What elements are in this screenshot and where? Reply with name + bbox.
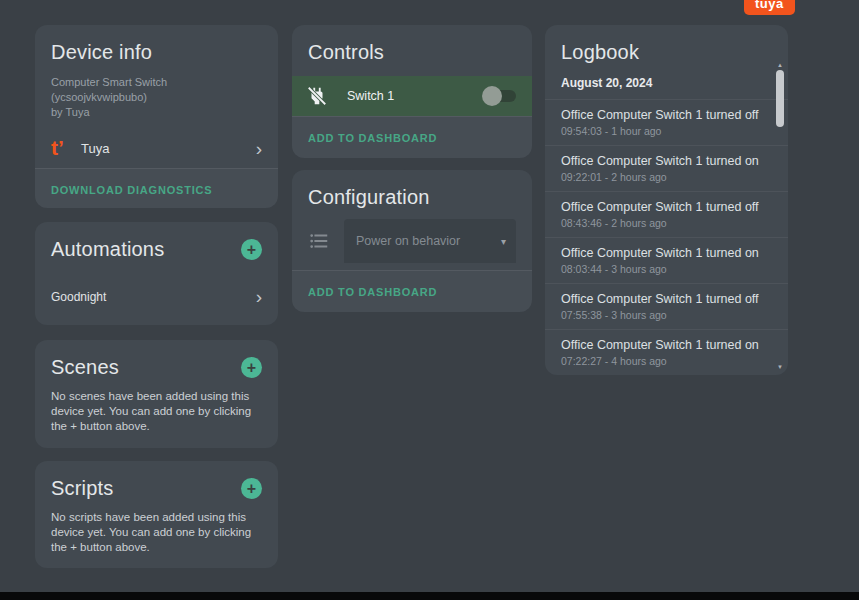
- select-label: Power on behavior: [356, 234, 460, 248]
- toggle-knob: [482, 86, 502, 106]
- dropdown-caret-icon: ▾: [501, 236, 506, 247]
- logbook-entry-text: Office Computer Switch 1 turned on: [561, 153, 766, 169]
- logbook-entry-list: Office Computer Switch 1 turned off 09:5…: [545, 99, 788, 375]
- logbook-entry-time: 07:22:27 - 4 hours ago: [561, 355, 766, 367]
- logbook-entry-time: 09:54:03 - 1 hour ago: [561, 125, 766, 137]
- logbook-entry[interactable]: Office Computer Switch 1 turned off 09:5…: [545, 99, 788, 145]
- add-scene-button[interactable]: +: [241, 357, 262, 378]
- logbook-entry-text: Office Computer Switch 1 turned off: [561, 107, 766, 123]
- left-column: Device info Computer Smart Switch (ycsoo…: [35, 25, 278, 568]
- add-to-dashboard-link-config[interactable]: ADD TO DASHBOARD: [308, 286, 437, 298]
- middle-column: Controls Switch 1 ADD TO DASHBOARD: [292, 25, 532, 312]
- switch-1-row[interactable]: Switch 1: [292, 76, 532, 116]
- scrollbar-thumb[interactable]: [776, 70, 784, 127]
- logbook-title: Logbook: [545, 25, 788, 64]
- add-to-dashboard-link-controls[interactable]: ADD TO DASHBOARD: [308, 132, 437, 144]
- logbook-entry-time: 09:22:01 - 2 hours ago: [561, 171, 766, 183]
- list-bulleted-icon: [308, 230, 330, 252]
- integration-name: Tuya: [81, 141, 256, 156]
- chevron-right-icon: ›: [256, 287, 262, 306]
- configuration-footer: ADD TO DASHBOARD: [292, 270, 532, 312]
- logbook-entry-text: Office Computer Switch 1 turned off: [561, 199, 766, 215]
- logbook-entry-text: Office Computer Switch 1 turned off: [561, 291, 766, 307]
- logbook-entry[interactable]: Office Computer Switch 1 turned on 08:03…: [545, 237, 788, 283]
- device-model-line2: (ycsoojvkvwipbubo): [51, 91, 147, 103]
- scenes-empty-text: No scenes have been added using this dev…: [35, 389, 278, 434]
- scenes-card: Scenes + No scenes have been added using…: [35, 340, 278, 448]
- logbook-entry-time: 08:43:46 - 2 hours ago: [561, 217, 766, 229]
- logbook-entry[interactable]: Office Computer Switch 1 turned on 09:22…: [545, 145, 788, 191]
- logbook-entry-time: 08:03:44 - 3 hours ago: [561, 263, 766, 275]
- switch-1-label: Switch 1: [347, 89, 482, 103]
- automations-title: Automations: [51, 238, 164, 261]
- controls-card: Controls Switch 1 ADD TO DASHBOARD: [292, 25, 532, 158]
- logbook-entry[interactable]: Office Computer Switch 1 turned off 08:4…: [545, 191, 788, 237]
- scripts-card: Scripts + No scripts have been added usi…: [35, 461, 278, 568]
- device-info-card: Device info Computer Smart Switch (ycsoo…: [35, 25, 278, 208]
- right-column: Logbook August 20, 2024 Office Computer …: [545, 25, 788, 375]
- configuration-title: Configuration: [292, 170, 532, 209]
- power-plug-off-icon: [306, 85, 328, 107]
- power-on-behavior-row: Power on behavior ▾: [292, 219, 532, 263]
- logbook-entry[interactable]: Office Computer Switch 1 turned off 07:5…: [545, 283, 788, 329]
- bottom-window-edge: [0, 592, 859, 600]
- logbook-entry-time: 07:55:38 - 3 hours ago: [561, 309, 766, 321]
- device-page: tuya Device info Computer Smart Switch (…: [0, 0, 859, 600]
- device-manufacturer: by Tuya: [51, 106, 90, 118]
- automations-header: Automations +: [35, 222, 278, 261]
- scripts-title: Scripts: [51, 477, 114, 500]
- logbook-entry[interactable]: Office Computer Switch 1 turned on 07:22…: [545, 329, 788, 375]
- device-model-text: Computer Smart Switch (ycsoojvkvwipbubo)…: [35, 75, 278, 120]
- configuration-card: Configuration Power on behavior ▾ ADD TO…: [292, 170, 532, 312]
- logbook-card: Logbook August 20, 2024 Office Computer …: [545, 25, 788, 375]
- chevron-right-icon: ›: [256, 139, 262, 158]
- power-on-behavior-select[interactable]: Power on behavior ▾: [344, 219, 516, 263]
- logbook-scrollbar[interactable]: ▲ ▼: [775, 61, 785, 373]
- scenes-header: Scenes +: [35, 340, 278, 379]
- switch-1-toggle[interactable]: [482, 86, 518, 106]
- controls-footer: ADD TO DASHBOARD: [292, 116, 532, 158]
- tuya-brand-badge[interactable]: tuya: [744, 0, 795, 15]
- add-script-button[interactable]: +: [241, 478, 262, 499]
- download-diagnostics-link[interactable]: DOWNLOAD DIAGNOSTICS: [51, 184, 212, 196]
- integration-row-tuya[interactable]: t’ Tuya ›: [35, 128, 278, 168]
- logbook-entry-text: Office Computer Switch 1 turned on: [561, 337, 766, 353]
- logbook-date-header: August 20, 2024: [545, 64, 788, 99]
- device-info-footer: DOWNLOAD DIAGNOSTICS: [35, 168, 278, 208]
- add-automation-button[interactable]: +: [241, 239, 262, 260]
- automation-item-goodnight[interactable]: Goodnight ›: [35, 275, 278, 319]
- controls-title: Controls: [292, 25, 532, 64]
- scroll-up-arrow-icon[interactable]: ▲: [775, 61, 785, 69]
- scripts-header: Scripts +: [35, 461, 278, 500]
- scenes-title: Scenes: [51, 356, 119, 379]
- automation-label: Goodnight: [51, 290, 106, 304]
- automations-card: Automations + Goodnight ›: [35, 222, 278, 325]
- device-info-title: Device info: [35, 25, 278, 64]
- device-model-line1: Computer Smart Switch: [51, 76, 167, 88]
- tuya-icon: t’: [51, 138, 81, 158]
- logbook-entry-text: Office Computer Switch 1 turned on: [561, 245, 766, 261]
- scripts-empty-text: No scripts have been added using this de…: [35, 510, 278, 555]
- scroll-down-arrow-icon[interactable]: ▼: [775, 363, 785, 371]
